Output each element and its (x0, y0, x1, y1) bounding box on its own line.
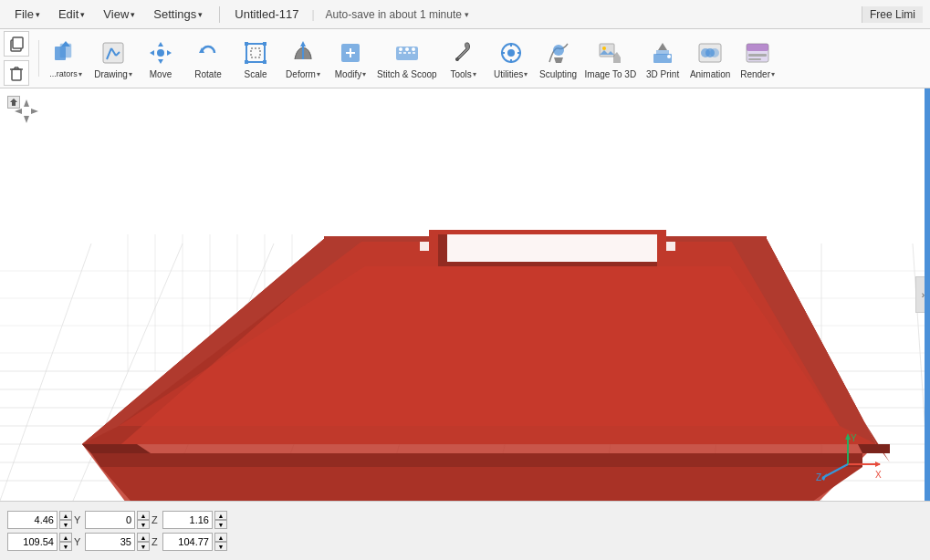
view-menu[interactable]: View ▾ (96, 4, 142, 25)
z-label-1: Z (152, 514, 161, 525)
z-down-2[interactable]: ▼ (214, 542, 227, 551)
svg-point-44 (602, 47, 606, 50)
y-input-2[interactable] (85, 533, 135, 551)
y-label-1: Y (74, 514, 83, 525)
rotate-tool[interactable]: Rotate (185, 31, 231, 86)
deform-tool[interactable]: Deform▾ (280, 31, 326, 86)
3dprint-tool[interactable]: 3D Print (640, 31, 685, 86)
svg-marker-27 (300, 41, 306, 47)
svg-rect-25 (263, 60, 266, 64)
y-down-1[interactable]: ▼ (137, 520, 150, 529)
tools-icon (450, 39, 477, 67)
svg-marker-14 (158, 42, 163, 47)
x-up-1[interactable]: ▲ (59, 511, 72, 520)
svg-rect-53 (747, 44, 768, 51)
z-spinner-2[interactable]: ▲ ▼ (214, 533, 227, 551)
z-down-1[interactable]: ▼ (214, 520, 227, 529)
tools-label: Tools▾ (450, 69, 475, 79)
rotate-icon (194, 39, 222, 67)
svg-marker-101 (100, 467, 862, 501)
image-to-3d-icon (597, 39, 624, 67)
z-label-2: Z (152, 536, 161, 547)
x-up-2[interactable]: ▲ (59, 533, 72, 542)
z-input-1[interactable] (162, 511, 213, 529)
coord-row-2: ▲ ▼ Y ▲ ▼ Z ▲ ▼ (7, 533, 227, 551)
rotate-label: Rotate (194, 69, 221, 79)
sculpting-icon (545, 39, 572, 67)
y-spinner-1[interactable]: ▲ ▼ (137, 511, 150, 529)
menu-divider (219, 6, 220, 23)
x-spinner-1[interactable]: ▲ ▼ (59, 511, 72, 529)
render-icon (744, 39, 771, 67)
3d-object (0, 88, 930, 501)
svg-text:X: X (875, 470, 882, 480)
utilities-tool[interactable]: Utilities▾ (488, 31, 534, 86)
3dprint-label: 3D Print (646, 69, 679, 79)
edit-menu[interactable]: Edit ▾ (51, 4, 92, 25)
stitch-scoop-tool[interactable]: Stitch & Scoop (375, 31, 439, 86)
menu-bar: File ▾ Edit ▾ View ▾ Settings ▾ Untitled… (0, 0, 930, 29)
animation-icon (696, 39, 724, 67)
z-up-1[interactable]: ▲ (214, 511, 227, 520)
tools-tool[interactable]: Tools▾ (441, 31, 486, 86)
drawing-icon (99, 39, 127, 67)
svg-point-47 (667, 55, 671, 58)
svg-marker-16 (150, 50, 154, 56)
x-spinner-2[interactable]: ▲ ▼ (59, 533, 72, 551)
y-label-2: Y (74, 536, 83, 547)
animation-tool[interactable]: Animation (687, 31, 733, 86)
x-input-2[interactable] (7, 533, 57, 551)
x-input-1[interactable] (7, 511, 57, 529)
stitch-scoop-label: Stitch & Scoop (377, 69, 437, 79)
svg-point-34 (412, 47, 415, 51)
svg-marker-95 (438, 234, 657, 262)
svg-marker-111 (875, 461, 881, 467)
svg-rect-21 (246, 44, 265, 62)
y-up-2[interactable]: ▲ (137, 533, 150, 542)
y-input-1[interactable] (85, 511, 135, 529)
y-down-2[interactable]: ▼ (137, 542, 150, 551)
render-tool[interactable]: Render▾ (735, 31, 780, 86)
drawing-tool[interactable]: Drawing▾ (90, 31, 136, 86)
modify-label: Modify▾ (335, 69, 366, 79)
svg-marker-109 (10, 99, 17, 106)
move-label: Move (150, 69, 172, 79)
home-view-button[interactable] (7, 96, 20, 109)
generators-icon (52, 39, 79, 67)
x-down-1[interactable]: ▼ (59, 520, 72, 529)
scale-tool[interactable]: Scale (233, 31, 278, 86)
move-tool[interactable]: Move (138, 31, 183, 86)
image-to-3d-label: Image To 3D (585, 69, 637, 79)
scale-label: Scale (244, 69, 266, 79)
copy-icon-button[interactable] (4, 31, 29, 57)
utilities-label: Utilities▾ (494, 69, 528, 79)
modify-tool[interactable]: Modify▾ (328, 31, 373, 86)
x-down-2[interactable]: ▼ (59, 542, 72, 551)
svg-rect-22 (245, 42, 248, 46)
z-spinner-1[interactable]: ▲ ▼ (214, 511, 227, 529)
z-up-2[interactable]: ▲ (214, 533, 227, 542)
svg-point-35 (455, 57, 459, 61)
delete-icon-button[interactable] (4, 60, 29, 86)
document-title: Untitled-117 (235, 7, 298, 21)
drawing-label: Drawing▾ (94, 69, 132, 79)
svg-rect-1 (13, 37, 23, 48)
svg-marker-96 (438, 234, 447, 262)
autosave-status: Auto-save in about 1 minute ▾ (326, 8, 469, 21)
file-menu[interactable]: File ▾ (7, 4, 47, 25)
image-to-3d-tool[interactable]: Image To 3D (583, 31, 639, 86)
coordinate-rows: ▲ ▼ Y ▲ ▼ Z ▲ ▼ ▲ ▼ Y (7, 511, 227, 551)
y-up-1[interactable]: ▲ (137, 511, 150, 520)
y-spinner-2[interactable]: ▲ ▼ (137, 533, 150, 551)
z-input-2[interactable] (162, 533, 213, 551)
svg-rect-54 (748, 54, 767, 57)
free-limit-label: Free Limi (862, 6, 923, 23)
svg-rect-24 (245, 60, 248, 64)
3d-viewport[interactable]: › X Y Z (0, 88, 930, 501)
svg-text:Y: Y (851, 433, 857, 443)
right-panel-indicator (925, 88, 930, 501)
3d-axes: X Y Z (811, 428, 884, 482)
sculpting-tool[interactable]: Sculpting (536, 31, 581, 86)
settings-menu[interactable]: Settings ▾ (146, 4, 210, 25)
generators-tool[interactable]: ...rators▾ (43, 31, 89, 86)
